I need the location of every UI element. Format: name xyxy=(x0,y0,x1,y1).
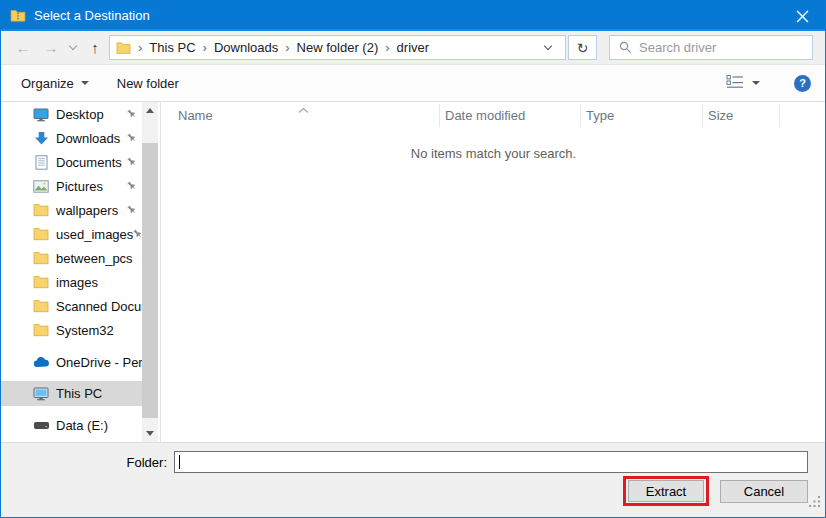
sidebar-item-used-images[interactable]: used_images xyxy=(1,222,142,246)
scroll-down-button[interactable] xyxy=(142,425,158,442)
sidebar-item-onedrive[interactable]: OneDrive - Personal xyxy=(1,350,142,374)
sidebar-item-wallpapers[interactable]: wallpapers xyxy=(1,198,142,222)
sidebar-item-label: OneDrive - Personal xyxy=(56,355,142,370)
toolbar-right-group: ? xyxy=(726,74,811,92)
cancel-button[interactable]: Cancel xyxy=(720,480,808,503)
column-divider[interactable] xyxy=(580,104,581,127)
address-dropdown-button[interactable] xyxy=(537,46,559,49)
help-button[interactable]: ? xyxy=(794,75,811,92)
empty-folder-message: No items match your search. xyxy=(162,146,825,161)
sidebar-item-system32[interactable]: System32 xyxy=(1,318,142,342)
sidebar-scrollbar[interactable] xyxy=(142,102,158,442)
close-icon xyxy=(796,10,809,23)
column-header-size[interactable]: Size xyxy=(708,108,733,123)
breadcrumb-separator-icon: › xyxy=(196,40,214,55)
sidebar-item-label: wallpapers xyxy=(56,203,118,218)
up-button[interactable]: ↑ xyxy=(81,36,109,60)
sidebar-item-this-pc[interactable]: This PC xyxy=(1,381,142,406)
breadcrumb[interactable]: › This PC › Downloads › New folder (2) ›… xyxy=(109,35,566,60)
column-header-type[interactable]: Type xyxy=(586,108,614,123)
drive-icon xyxy=(33,417,49,433)
details-view-icon[interactable] xyxy=(726,74,744,92)
sidebar-item-label: This PC xyxy=(56,386,102,401)
folder-icon xyxy=(116,41,131,54)
sidebar-item-label: images xyxy=(56,275,98,290)
forward-icon: → xyxy=(44,39,59,56)
pin-icon xyxy=(127,181,137,191)
sidebar-item-between-pcs[interactable]: between_pcs xyxy=(1,246,142,270)
column-header-date-modified[interactable]: Date modified xyxy=(445,108,525,123)
sidebar-item-label: between_pcs xyxy=(56,251,133,266)
pin-icon xyxy=(127,157,137,167)
organize-label: Organize xyxy=(21,76,74,91)
folder-name-input[interactable] xyxy=(174,451,808,473)
column-header-name[interactable]: Name xyxy=(178,108,213,123)
sidebar-item-downloads[interactable]: Downloads xyxy=(1,126,142,150)
breadcrumb-separator-icon: › xyxy=(378,40,396,55)
refresh-icon: ↻ xyxy=(577,40,589,56)
folder-icon xyxy=(33,202,49,218)
organize-button[interactable]: Organize xyxy=(21,76,89,91)
forward-button[interactable]: → xyxy=(37,36,65,60)
recent-locations-button[interactable] xyxy=(65,36,81,60)
back-button[interactable]: ← xyxy=(9,36,37,60)
command-toolbar: Organize New folder ? xyxy=(1,64,825,102)
pin-icon xyxy=(127,205,137,215)
sidebar-item-label: used_images xyxy=(56,227,133,242)
onedrive-cloud-icon xyxy=(33,354,49,370)
sidebar-item-desktop[interactable]: Desktop xyxy=(1,102,142,126)
refresh-button[interactable]: ↻ xyxy=(568,35,597,60)
sidebar-item-label: Pictures xyxy=(56,179,103,194)
chevron-down-icon xyxy=(544,42,552,50)
chevron-down-icon xyxy=(69,42,77,50)
sidebar-item-label: System32 xyxy=(56,323,114,338)
column-divider[interactable] xyxy=(702,104,703,127)
search-icon xyxy=(619,41,632,54)
breadcrumb-item-new-folder-2[interactable]: New folder (2) xyxy=(297,40,379,55)
view-dropdown-arrow-icon[interactable] xyxy=(752,81,760,85)
sidebar-item-label: Data (E:) xyxy=(56,418,108,433)
pin-icon xyxy=(133,229,142,239)
extract-highlight-box: Extract xyxy=(623,476,709,506)
file-list-area: Name Date modified Type Size No items ma… xyxy=(162,102,825,442)
breadcrumb-item-driver[interactable]: driver xyxy=(397,40,430,55)
column-divider[interactable] xyxy=(779,104,780,127)
up-icon: ↑ xyxy=(91,39,99,56)
sidebar-item-data-e[interactable]: Data (E:) xyxy=(1,413,142,437)
folder-field-label: Folder: xyxy=(101,455,167,470)
new-folder-button[interactable]: New folder xyxy=(117,76,179,91)
sidebar-item-pictures[interactable]: Pictures xyxy=(1,174,142,198)
extract-button[interactable]: Extract xyxy=(628,480,704,502)
triangle-down-icon xyxy=(146,431,154,436)
desktop-icon xyxy=(33,106,49,122)
column-divider[interactable] xyxy=(439,104,440,127)
folder-icon xyxy=(33,274,49,290)
content-area: Desktop Downloads Documents xyxy=(1,102,825,442)
new-folder-label: New folder xyxy=(117,76,179,91)
triangle-up-icon xyxy=(146,108,154,113)
folder-icon xyxy=(33,322,49,338)
title-bar: Select a Destination xyxy=(1,1,825,31)
sidebar-item-images[interactable]: images xyxy=(1,270,142,294)
sidebar-item-scanned-documents[interactable]: Scanned Documents xyxy=(1,294,142,318)
resize-grip[interactable] xyxy=(808,495,821,511)
folder-icon xyxy=(33,298,49,314)
picture-icon xyxy=(33,178,49,194)
sidebar-item-documents[interactable]: Documents xyxy=(1,150,142,174)
scrollbar-thumb[interactable] xyxy=(142,143,158,418)
window-title: Select a Destination xyxy=(34,8,150,23)
search-box[interactable] xyxy=(609,35,813,60)
folder-icon xyxy=(33,250,49,266)
breadcrumb-item-this-pc[interactable]: This PC xyxy=(149,40,195,55)
scroll-up-button[interactable] xyxy=(142,102,158,119)
search-input[interactable] xyxy=(639,40,812,55)
sidebar-item-label: Scanned Documents xyxy=(56,299,142,314)
help-icon: ? xyxy=(799,77,806,89)
breadcrumb-item-downloads[interactable]: Downloads xyxy=(214,40,278,55)
text-caret xyxy=(179,455,180,469)
navigation-bar: ← → ↑ › This PC › Downloads › New folder… xyxy=(1,31,825,64)
sort-ascending-icon xyxy=(298,102,309,117)
close-button[interactable] xyxy=(779,1,825,31)
sidebar-item-label: Desktop xyxy=(56,107,104,122)
breadcrumb-separator-icon: › xyxy=(131,40,149,55)
